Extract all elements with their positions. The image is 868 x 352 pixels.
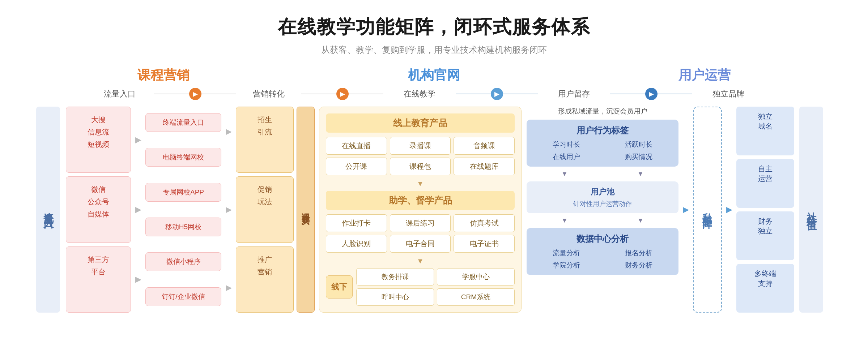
flow-step-1: 流量入口 [104,89,136,98]
marketing-item-4: 移动H5网校 [145,218,221,236]
brand-item-3: 财务独立 [736,211,794,260]
marketing-item-6: 钉钉/企业微信 [145,287,221,306]
assist-item-6: 电子证书 [454,235,515,253]
behavior-item-3: 在线用户 [532,152,601,162]
flow-step-4: 用户留存 [558,89,590,98]
arrow-t1: ▶ [135,107,141,173]
user-pool-title: 用户池 [532,186,673,197]
conversion-item-1: 招生引流 [236,107,294,173]
online-item-4: 公开课 [326,158,387,175]
assist-section: 助学、督学产品 作业打卡 课后练习 仿真考试 人脸识别 电子合同 电子证书 [326,191,515,253]
flow-arrow-2: ▶ [336,88,349,100]
header: 在线教学功能矩阵，闭环式服务体系 从获客、教学、复购到学服，用专业技术构建机构服… [22,14,846,56]
behavior-item-2: 活跃时长 [604,140,673,149]
online-products-title: 线上教育产品 [326,113,515,133]
left-label-traffic: 流量入口 [36,107,60,313]
flow-step-5: 独立品牌 [712,89,744,98]
flow-arrow-4: ▶ [645,88,658,100]
online-item-2: 录播课 [390,137,451,155]
marketing-item-1: 终端流量入口 [145,113,221,132]
page-subtitle: 从获客、教学、复购到学服，用专业技术构建机构服务闭环 [22,44,846,56]
down-arr-4: ▼ [603,170,678,178]
down-arrow-1: ▼ [326,180,515,188]
brand-item-1: 独立域名 [736,107,794,155]
social-value-label: 社会价值 [799,107,823,313]
user-ret-desc: 形成私域流量，沉淀会员用户 [527,107,678,116]
assist-item-4: 人脸识别 [326,235,387,253]
down-arr-3: ▼ [527,170,603,178]
marketing-item-5: 微信小程序 [145,252,221,271]
private-matrix: 私域矩阵 [693,107,722,313]
page-title: 在线教学功能矩阵，闭环式服务体系 [22,14,846,40]
offline-item-3: 呼叫中心 [356,288,434,306]
offline-item-2: 学服中心 [437,268,515,286]
assist-item-2: 课后练习 [390,214,451,232]
user-pool-sub: 针对性用户运营动作 [532,199,673,208]
online-item-6: 在线题库 [454,158,515,175]
online-item-5: 课程包 [390,158,451,175]
data-item-1: 流量分析 [532,248,601,258]
page: 在线教学功能矩阵，闭环式服务体系 从获客、教学、复购到学服，用专业技术构建机构服… [0,0,868,352]
data-center-title: 数据中心分析 [532,233,673,245]
user-pool-box: 用户池 针对性用户运营动作 [527,181,678,213]
assist-item-5: 电子合同 [390,235,451,253]
offline-item-1: 教务排课 [356,268,434,286]
behavior-title: 用户行为标签 [532,125,673,136]
section-title-marketing: 课程营销 [137,66,190,84]
flow-arrow-3: ▶ [491,88,503,100]
arrow-m1: ▶ [226,107,232,157]
traffic-source-1: 大搜信息流短视频 [66,107,131,173]
behavior-item-4: 购买情况 [604,152,673,162]
offline-item-4: CRM系统 [437,288,515,306]
arrow-to-brand: ▶ [722,107,736,313]
online-item-1: 在线直播 [326,137,387,155]
data-item-4: 财务分析 [604,261,673,270]
marketing-item-3: 专属网校APP [145,183,221,202]
assist-item-1: 作业打卡 [326,214,387,232]
data-center-box: 数据中心分析 流量分析 报名分析 学院分析 财务分析 [527,228,678,275]
arrow-t2: ▶ [135,176,141,242]
flow-arrow-1: ▶ [189,88,201,100]
arrow-m2: ▶ [226,160,232,260]
traffic-source-2: 微信公众号自媒体 [66,176,131,242]
marketing-item-2: 电脑终端网校 [145,148,221,167]
arrow-to-matrix: ▶ [678,107,693,313]
flow-step-2: 营销转化 [253,89,285,98]
data-item-3: 学院分析 [532,261,601,270]
offline-label: 线下 [326,275,353,299]
traffic-source-3: 第三方平台 [66,246,131,313]
arrow-m3: ▶ [226,263,232,313]
down-arrow-2: ▼ [326,257,515,265]
assist-item-3: 仿真考试 [454,214,515,232]
course-buy-label: 课程购买 [297,107,315,313]
down-arr-6: ▼ [603,217,678,224]
behavior-box: 用户行为标签 学习时长 活跃时长 在线用户 购买情况 [527,120,678,167]
brand-item-4: 多终端支持 [736,264,794,313]
assist-title: 助学、督学产品 [326,191,515,210]
brand-item-2: 自主运营 [736,159,794,208]
conversion-item-3: 推广营销 [236,246,294,313]
down-arr-5: ▼ [527,217,603,224]
section-title-userops: 用户运营 [678,66,731,84]
data-item-2: 报名分析 [604,248,673,258]
conversion-item-2: 促销玩法 [236,176,294,242]
flow-step-3: 在线教学 [404,89,435,98]
arrow-t3: ▶ [135,246,141,313]
online-item-3: 音频课 [454,137,515,155]
section-title-official: 机构官网 [408,66,460,84]
behavior-item-1: 学习时长 [532,140,601,149]
online-products-section: 线上教育产品 在线直播 录播课 音频课 公开课 课程包 在线题库 [326,113,515,175]
